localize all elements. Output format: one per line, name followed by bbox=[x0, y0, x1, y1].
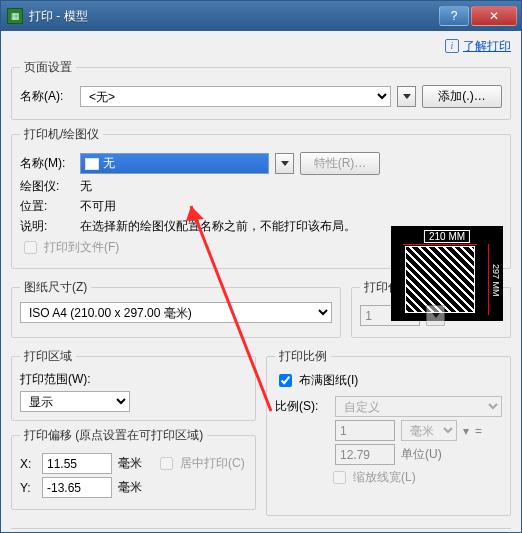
print-offset-legend: 打印偏移 (原点设置在可打印区域) bbox=[20, 427, 207, 444]
paper-preview: 210 MM 297 MM bbox=[391, 226, 503, 321]
print-area-legend: 打印区域 bbox=[20, 348, 76, 365]
desc-label: 说明: bbox=[20, 218, 74, 235]
scale-unit-select: 毫米 bbox=[401, 420, 457, 441]
page-setup-legend: 页面设置 bbox=[20, 59, 76, 76]
paper-size-select[interactable]: ISO A4 (210.00 x 297.00 毫米) bbox=[20, 302, 332, 323]
offset-y-unit: 毫米 bbox=[118, 479, 142, 496]
print-range-select[interactable]: 显示 bbox=[20, 391, 130, 412]
page-name-select[interactable]: <无> bbox=[80, 86, 391, 107]
scale-ratio-label: 比例(S): bbox=[275, 398, 329, 415]
paper-size-legend: 图纸尺寸(Z) bbox=[20, 279, 91, 296]
scale-paper-units-input bbox=[335, 420, 395, 441]
printer-name-select[interactable]: 无 bbox=[80, 153, 269, 174]
offset-x-input[interactable] bbox=[42, 453, 112, 474]
titlebar[interactable]: ▦ 打印 - 模型 ? ✕ bbox=[1, 1, 521, 31]
info-icon: i bbox=[445, 39, 459, 53]
paper-size-group: 图纸尺寸(Z) ISO A4 (210.00 x 297.00 毫米) bbox=[11, 279, 341, 338]
help-button[interactable]: ? bbox=[439, 6, 469, 26]
window-title: 打印 - 模型 bbox=[29, 8, 437, 25]
fit-to-paper-checkbox[interactable] bbox=[279, 374, 292, 387]
print-range-label: 打印范围(W): bbox=[20, 371, 247, 388]
fit-to-paper-label: 布满图纸(I) bbox=[299, 372, 358, 389]
scale-ratio-select: 自定义 bbox=[335, 396, 502, 417]
print-offset-group: 打印偏移 (原点设置在可打印区域) X: 毫米 居中打印(C) Y: 毫米 bbox=[11, 427, 256, 510]
center-print-checkbox bbox=[160, 457, 173, 470]
copies-spinner[interactable] bbox=[426, 305, 445, 326]
plotter-label: 绘图仪: bbox=[20, 178, 74, 195]
offset-x-label: X: bbox=[20, 457, 36, 471]
printer-name-value: 无 bbox=[103, 155, 115, 172]
printer-icon bbox=[85, 158, 99, 170]
page-name-more-button[interactable] bbox=[397, 86, 416, 107]
close-button[interactable]: ✕ bbox=[471, 6, 517, 26]
scale-lineweights-label: 缩放线宽(L) bbox=[353, 469, 416, 486]
printer-name-label: 名称(M): bbox=[20, 155, 74, 172]
scale-lineweights-checkbox bbox=[333, 471, 346, 484]
print-to-file-label: 打印到文件(F) bbox=[44, 239, 119, 256]
center-print-label: 居中打印(C) bbox=[180, 455, 245, 472]
paper-height-label: 297 MM bbox=[491, 264, 501, 297]
print-to-file-checkbox bbox=[24, 241, 37, 254]
offset-y-label: Y: bbox=[20, 481, 36, 495]
print-dialog: ▦ 打印 - 模型 ? ✕ i 了解打印 页面设置 名称(A): <无> 添加(… bbox=[0, 0, 522, 533]
scale-unit-label: 单位(U) bbox=[401, 446, 442, 463]
location-value: 不可用 bbox=[80, 198, 116, 215]
plotter-value: 无 bbox=[80, 178, 92, 195]
app-icon: ▦ bbox=[7, 8, 23, 24]
offset-y-input[interactable] bbox=[42, 477, 112, 498]
printer-name-dropdown[interactable] bbox=[275, 153, 294, 174]
add-pagesetup-button[interactable]: 添加(.)… bbox=[422, 85, 502, 108]
page-setup-group: 页面设置 名称(A): <无> 添加(.)… bbox=[11, 59, 511, 120]
dialog-footer: 预览(P)… 应用到布局(T) 确定 取消 帮助(H) ▸ bbox=[11, 528, 511, 533]
print-area-group: 打印区域 打印范围(W): 显示 bbox=[11, 348, 256, 421]
learn-print-link[interactable]: 了解打印 bbox=[463, 38, 511, 55]
location-label: 位置: bbox=[20, 198, 74, 215]
offset-x-unit: 毫米 bbox=[118, 455, 142, 472]
desc-value: 在选择新的绘图仪配置名称之前，不能打印该布局。 bbox=[80, 218, 380, 235]
paper-width-label: 210 MM bbox=[424, 230, 470, 243]
page-name-label: 名称(A): bbox=[20, 88, 74, 105]
scale-drawing-units-input bbox=[335, 444, 395, 465]
print-scale-group: 打印比例 布满图纸(I) 比例(S): 自定义 bbox=[266, 348, 511, 516]
printer-properties-button[interactable]: 特性(R)… bbox=[300, 152, 380, 175]
print-scale-legend: 打印比例 bbox=[275, 348, 331, 365]
printer-legend: 打印机/绘图仪 bbox=[20, 126, 103, 143]
